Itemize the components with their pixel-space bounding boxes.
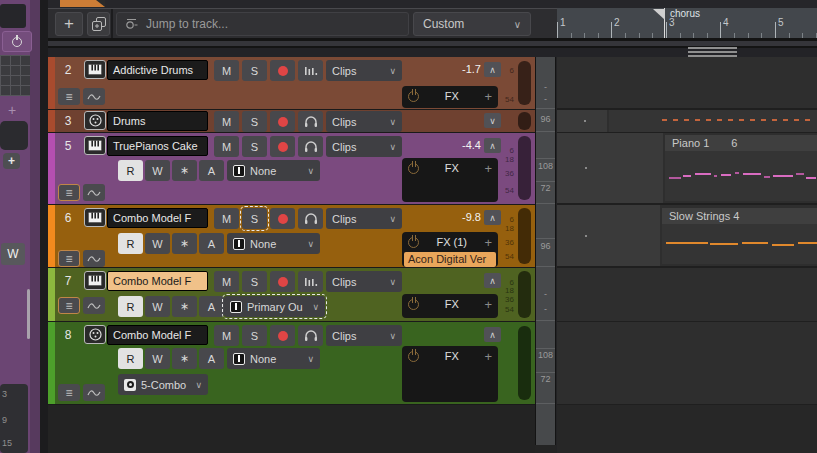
record-arm-button[interactable] xyxy=(270,60,295,81)
input-dropdown[interactable]: None ∨ xyxy=(227,233,320,254)
volume-fader[interactable] xyxy=(518,326,531,400)
marker-label[interactable]: chorus xyxy=(670,8,700,19)
track-number[interactable]: 6 xyxy=(58,211,78,225)
splitter-grip[interactable] xyxy=(688,45,737,56)
input-echo-button[interactable] xyxy=(298,208,323,229)
clips-dropdown[interactable]: Clips ∨ xyxy=(326,325,402,346)
collapse-chevron[interactable]: ∧ xyxy=(484,327,501,342)
clips-dropdown[interactable]: Clips ∨ xyxy=(326,111,402,132)
write-automation-button[interactable]: W xyxy=(145,296,170,317)
empty-lane-area[interactable] xyxy=(557,405,817,453)
midi-clip-drums[interactable] xyxy=(609,110,817,132)
fx-power-icon[interactable] xyxy=(408,91,419,102)
inspector-power-button[interactable] xyxy=(2,31,32,52)
solo-button[interactable]: S xyxy=(242,325,267,346)
snap-button[interactable]: ∗ xyxy=(172,296,197,317)
clip-title-bar[interactable]: Piano 1 6 xyxy=(665,135,817,151)
track-name-field[interactable]: TruePianos Cake xyxy=(107,136,208,156)
track-row-3[interactable]: 3 Drums M S Clips ∨ ∨ xyxy=(48,110,535,132)
instrument-icon-button[interactable] xyxy=(84,60,106,79)
solo-button[interactable]: S xyxy=(242,60,267,81)
input-dropdown[interactable]: Primary Ou ∨ xyxy=(224,296,325,317)
automation-button[interactable] xyxy=(83,250,105,267)
write-automation-button[interactable]: W xyxy=(145,233,170,254)
track-number[interactable]: 5 xyxy=(58,139,78,153)
input-echo-button[interactable] xyxy=(298,111,323,132)
clip-lane-track3[interactable] xyxy=(557,110,817,132)
fx-power-icon[interactable] xyxy=(408,299,419,310)
fx-power-icon[interactable] xyxy=(408,351,419,362)
read-automation-button[interactable]: R xyxy=(118,348,143,369)
solo-button[interactable]: S xyxy=(242,208,267,229)
track-name-field[interactable]: Drums xyxy=(107,111,208,131)
instrument-icon-button[interactable] xyxy=(84,136,106,155)
clip-lane-track2[interactable] xyxy=(557,57,817,108)
automation-button[interactable] xyxy=(83,297,105,314)
track-menu-button[interactable]: ≡ xyxy=(58,250,80,267)
track-number[interactable]: 2 xyxy=(58,63,78,77)
add-track-button[interactable]: + xyxy=(55,12,83,36)
record-arm-button[interactable] xyxy=(270,111,295,132)
input-echo-button[interactable] xyxy=(298,271,323,292)
clip-lane-track5[interactable]: Piano 1 6 xyxy=(557,133,817,203)
fx-add-icon[interactable]: + xyxy=(484,297,492,312)
fx-power-icon[interactable] xyxy=(408,237,419,248)
fx-bin[interactable]: FX + xyxy=(402,346,498,402)
expand-chevron[interactable]: ∨ xyxy=(484,113,501,128)
mute-button[interactable]: M xyxy=(214,111,239,132)
snap-button[interactable]: ∗ xyxy=(172,233,197,254)
snap-button[interactable]: ∗ xyxy=(172,160,197,181)
clip-title-bar[interactable]: Slow Strings 4 xyxy=(662,208,817,224)
fx-add-icon[interactable]: + xyxy=(484,235,492,250)
record-arm-button[interactable] xyxy=(270,325,295,346)
track-number[interactable]: 8 xyxy=(58,328,78,342)
automation-button[interactable] xyxy=(83,384,105,401)
jump-to-track-search[interactable]: Jump to track... xyxy=(116,12,409,36)
audition-button[interactable]: A xyxy=(199,160,224,181)
solo-button[interactable]: S xyxy=(242,111,267,132)
mute-button[interactable]: M xyxy=(214,136,239,157)
fx-bin[interactable]: FX + xyxy=(402,294,498,318)
input-echo-button[interactable] xyxy=(298,136,323,157)
track-menu-button[interactable]: ≡ xyxy=(58,88,80,105)
collapsed-tab[interactable] xyxy=(60,0,105,7)
volume-fader[interactable] xyxy=(518,136,531,200)
volume-fader[interactable] xyxy=(518,208,531,264)
track-row-7[interactable]: 7 Combo Model F M S Clips ∨ ∧ xyxy=(48,268,535,321)
solo-button[interactable]: S xyxy=(242,271,267,292)
track-row-8[interactable]: 8 Combo Model F M S Clips ∨ ∧ xyxy=(48,322,535,404)
input-echo-button[interactable] xyxy=(298,60,323,81)
track-name-field[interactable]: Combo Model F xyxy=(107,271,208,291)
input-dropdown[interactable]: None ∨ xyxy=(227,160,320,181)
track-row-6[interactable]: 6 Combo Model F M S Clips ∨ -9. xyxy=(48,205,535,267)
clip-lane-track7[interactable] xyxy=(557,268,817,321)
inspector-scrollbar-thumb[interactable] xyxy=(27,289,30,339)
mute-button[interactable]: M xyxy=(214,271,239,292)
automation-button[interactable] xyxy=(83,184,105,201)
input-dropdown[interactable]: None ∨ xyxy=(227,348,320,369)
track-name-field[interactable]: Combo Model F xyxy=(107,208,208,228)
clip-lane-track6[interactable]: Slow Strings 4 xyxy=(557,205,817,266)
input-echo-button[interactable] xyxy=(298,325,323,346)
read-automation-button[interactable]: R xyxy=(118,160,143,181)
track-menu-button[interactable]: ≡ xyxy=(58,297,80,314)
volume-fader[interactable] xyxy=(518,112,531,130)
clips-dropdown[interactable]: Clips ∨ xyxy=(326,208,402,229)
clips-dropdown[interactable]: Clips ∨ xyxy=(326,136,402,157)
record-arm-button[interactable] xyxy=(270,208,295,229)
clips-dropdown[interactable]: Clips ∨ xyxy=(326,60,402,81)
empty-track-area[interactable] xyxy=(48,405,535,453)
audition-button[interactable]: A xyxy=(199,233,224,254)
clip-lane-track8[interactable] xyxy=(557,322,817,404)
automation-button[interactable] xyxy=(83,88,105,105)
mute-button[interactable]: M xyxy=(214,60,239,81)
mute-button[interactable]: M xyxy=(214,208,239,229)
preset-dropdown[interactable]: Custom ∨ xyxy=(413,12,531,36)
write-automation-button[interactable]: W xyxy=(145,160,170,181)
solo-button[interactable]: S xyxy=(242,136,267,157)
mute-button[interactable]: M xyxy=(214,325,239,346)
record-arm-button[interactable] xyxy=(270,136,295,157)
fx-add-icon[interactable]: + xyxy=(484,89,492,104)
clips-pane[interactable]: Piano 1 6 Slow Strings 4 xyxy=(557,57,817,453)
track-row-5[interactable]: 5 TruePianos Cake M S Clips ∨ - xyxy=(48,133,535,204)
